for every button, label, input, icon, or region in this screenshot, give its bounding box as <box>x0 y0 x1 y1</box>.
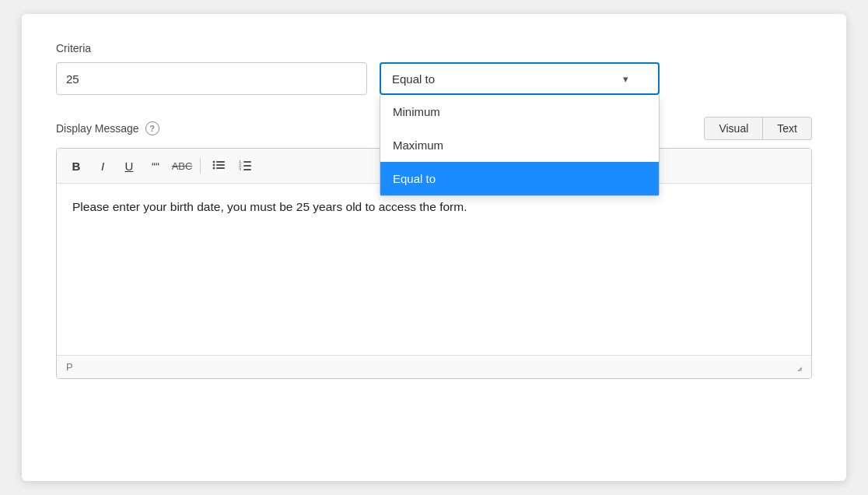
unordered-list-button[interactable] <box>207 155 230 177</box>
editor-footer: P <box>57 355 811 378</box>
visual-toggle-button[interactable]: Visual <box>704 117 763 140</box>
toolbar-divider <box>200 158 201 174</box>
svg-rect-3 <box>216 164 225 166</box>
strikethrough-icon: ABC <box>172 160 193 172</box>
editor-text: Please enter your birth date, you must b… <box>72 200 467 213</box>
quote-button[interactable]: ““ <box>144 155 167 177</box>
svg-point-2 <box>213 163 215 166</box>
svg-rect-11 <box>243 169 251 170</box>
italic-button[interactable]: I <box>91 155 114 177</box>
ol-icon: 1. 2. 3. <box>239 160 251 173</box>
dropdown-item-equal-to[interactable]: Equal to <box>380 162 659 195</box>
svg-rect-5 <box>216 167 225 169</box>
svg-text:3.: 3. <box>239 167 243 170</box>
help-icon[interactable]: ? <box>145 121 159 135</box>
dropdown-item-minimum[interactable]: Minimum <box>380 95 659 128</box>
view-toggle: Visual Text <box>704 117 812 140</box>
editor-content[interactable]: Please enter your birth date, you must b… <box>57 184 811 355</box>
select-wrapper: Equal to ▾ Minimum Maximum Equal to <box>380 62 660 95</box>
strikethrough-button[interactable]: ABC <box>170 155 194 177</box>
main-card: Criteria Equal to ▾ Minimum Maximum Equa… <box>22 14 846 481</box>
chevron-down-icon: ▾ <box>623 73 628 85</box>
underline-button[interactable]: U <box>117 155 141 177</box>
svg-point-0 <box>213 160 215 163</box>
paragraph-indicator: P <box>66 361 73 373</box>
svg-rect-1 <box>216 161 225 163</box>
svg-rect-9 <box>243 165 251 167</box>
criteria-row: Equal to ▾ Minimum Maximum Equal to <box>56 62 812 95</box>
criteria-select-button[interactable]: Equal to ▾ <box>380 62 660 95</box>
svg-rect-7 <box>243 161 251 163</box>
resize-icon <box>791 360 802 374</box>
text-toggle-button[interactable]: Text <box>763 117 812 140</box>
svg-point-4 <box>213 167 215 169</box>
display-message-label: Display Message <box>56 122 139 135</box>
criteria-dropdown: Minimum Maximum Equal to <box>380 95 660 196</box>
bold-button[interactable]: B <box>65 155 88 177</box>
dropdown-item-maximum[interactable]: Maximum <box>380 128 659 162</box>
select-selected-label: Equal to <box>392 72 435 86</box>
criteria-input[interactable] <box>56 62 367 95</box>
display-message-label-wrap: Display Message ? <box>56 121 159 135</box>
criteria-label: Criteria <box>56 42 812 54</box>
criteria-section: Criteria Equal to ▾ Minimum Maximum Equa… <box>56 42 812 95</box>
ul-icon <box>212 160 225 173</box>
ordered-list-button[interactable]: 1. 2. 3. <box>233 155 257 177</box>
